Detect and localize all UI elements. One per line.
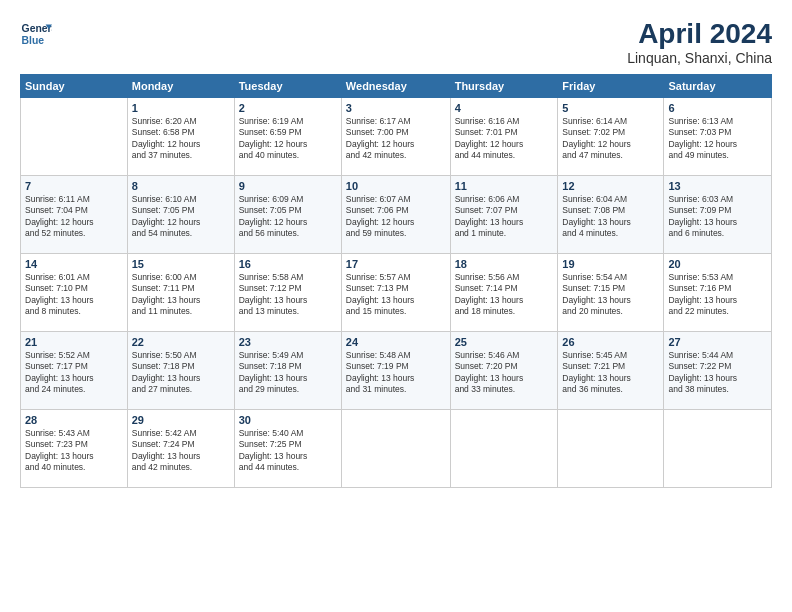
day-info: Sunrise: 6:00 AM Sunset: 7:11 PM Dayligh… [132,272,230,318]
day-number: 24 [346,336,446,348]
calendar-cell: 10Sunrise: 6:07 AM Sunset: 7:06 PM Dayli… [341,176,450,254]
day-number: 12 [562,180,659,192]
day-info: Sunrise: 6:07 AM Sunset: 7:06 PM Dayligh… [346,194,446,240]
calendar-cell: 22Sunrise: 5:50 AM Sunset: 7:18 PM Dayli… [127,332,234,410]
day-number: 1 [132,102,230,114]
calendar-cell: 7Sunrise: 6:11 AM Sunset: 7:04 PM Daylig… [21,176,128,254]
day-number: 6 [668,102,767,114]
day-info: Sunrise: 6:16 AM Sunset: 7:01 PM Dayligh… [455,116,554,162]
day-info: Sunrise: 6:04 AM Sunset: 7:08 PM Dayligh… [562,194,659,240]
day-info: Sunrise: 5:50 AM Sunset: 7:18 PM Dayligh… [132,350,230,396]
weekday-header: Saturday [664,75,772,98]
day-info: Sunrise: 6:17 AM Sunset: 7:00 PM Dayligh… [346,116,446,162]
calendar-cell: 11Sunrise: 6:06 AM Sunset: 7:07 PM Dayli… [450,176,558,254]
day-info: Sunrise: 6:01 AM Sunset: 7:10 PM Dayligh… [25,272,123,318]
svg-text:Blue: Blue [22,35,45,46]
day-info: Sunrise: 5:56 AM Sunset: 7:14 PM Dayligh… [455,272,554,318]
calendar-cell: 8Sunrise: 6:10 AM Sunset: 7:05 PM Daylig… [127,176,234,254]
day-info: Sunrise: 6:19 AM Sunset: 6:59 PM Dayligh… [239,116,337,162]
logo: General Blue [20,18,52,50]
day-info: Sunrise: 5:52 AM Sunset: 7:17 PM Dayligh… [25,350,123,396]
day-number: 27 [668,336,767,348]
day-info: Sunrise: 5:54 AM Sunset: 7:15 PM Dayligh… [562,272,659,318]
calendar-cell: 20Sunrise: 5:53 AM Sunset: 7:16 PM Dayli… [664,254,772,332]
day-info: Sunrise: 6:11 AM Sunset: 7:04 PM Dayligh… [25,194,123,240]
calendar-cell [21,98,128,176]
day-number: 11 [455,180,554,192]
day-info: Sunrise: 5:40 AM Sunset: 7:25 PM Dayligh… [239,428,337,474]
day-number: 30 [239,414,337,426]
day-number: 15 [132,258,230,270]
day-number: 28 [25,414,123,426]
day-info: Sunrise: 5:58 AM Sunset: 7:12 PM Dayligh… [239,272,337,318]
day-number: 10 [346,180,446,192]
location-title: Linquan, Shanxi, China [627,50,772,66]
calendar-cell: 17Sunrise: 5:57 AM Sunset: 7:13 PM Dayli… [341,254,450,332]
calendar-cell: 2Sunrise: 6:19 AM Sunset: 6:59 PM Daylig… [234,98,341,176]
calendar-cell: 1Sunrise: 6:20 AM Sunset: 6:58 PM Daylig… [127,98,234,176]
calendar-cell: 24Sunrise: 5:48 AM Sunset: 7:19 PM Dayli… [341,332,450,410]
day-info: Sunrise: 6:10 AM Sunset: 7:05 PM Dayligh… [132,194,230,240]
day-number: 21 [25,336,123,348]
calendar-table: SundayMondayTuesdayWednesdayThursdayFrid… [20,74,772,488]
day-number: 7 [25,180,123,192]
calendar-cell: 25Sunrise: 5:46 AM Sunset: 7:20 PM Dayli… [450,332,558,410]
calendar-cell: 29Sunrise: 5:42 AM Sunset: 7:24 PM Dayli… [127,410,234,488]
title-block: April 2024 Linquan, Shanxi, China [627,18,772,66]
day-info: Sunrise: 6:14 AM Sunset: 7:02 PM Dayligh… [562,116,659,162]
day-info: Sunrise: 5:48 AM Sunset: 7:19 PM Dayligh… [346,350,446,396]
day-number: 20 [668,258,767,270]
day-info: Sunrise: 6:03 AM Sunset: 7:09 PM Dayligh… [668,194,767,240]
weekday-header: Friday [558,75,664,98]
calendar-cell: 14Sunrise: 6:01 AM Sunset: 7:10 PM Dayli… [21,254,128,332]
calendar-cell: 9Sunrise: 6:09 AM Sunset: 7:05 PM Daylig… [234,176,341,254]
day-number: 18 [455,258,554,270]
calendar-cell: 4Sunrise: 6:16 AM Sunset: 7:01 PM Daylig… [450,98,558,176]
day-info: Sunrise: 5:42 AM Sunset: 7:24 PM Dayligh… [132,428,230,474]
calendar-cell: 16Sunrise: 5:58 AM Sunset: 7:12 PM Dayli… [234,254,341,332]
day-info: Sunrise: 5:44 AM Sunset: 7:22 PM Dayligh… [668,350,767,396]
day-number: 16 [239,258,337,270]
day-info: Sunrise: 6:09 AM Sunset: 7:05 PM Dayligh… [239,194,337,240]
day-number: 23 [239,336,337,348]
weekday-header: Wednesday [341,75,450,98]
day-number: 13 [668,180,767,192]
day-info: Sunrise: 6:20 AM Sunset: 6:58 PM Dayligh… [132,116,230,162]
day-number: 9 [239,180,337,192]
calendar-cell: 3Sunrise: 6:17 AM Sunset: 7:00 PM Daylig… [341,98,450,176]
calendar-cell: 30Sunrise: 5:40 AM Sunset: 7:25 PM Dayli… [234,410,341,488]
month-title: April 2024 [627,18,772,50]
day-info: Sunrise: 5:49 AM Sunset: 7:18 PM Dayligh… [239,350,337,396]
day-number: 29 [132,414,230,426]
calendar-cell: 23Sunrise: 5:49 AM Sunset: 7:18 PM Dayli… [234,332,341,410]
day-number: 14 [25,258,123,270]
day-number: 26 [562,336,659,348]
calendar-cell: 28Sunrise: 5:43 AM Sunset: 7:23 PM Dayli… [21,410,128,488]
weekday-header: Sunday [21,75,128,98]
day-number: 22 [132,336,230,348]
day-info: Sunrise: 5:53 AM Sunset: 7:16 PM Dayligh… [668,272,767,318]
calendar-cell [450,410,558,488]
day-info: Sunrise: 5:57 AM Sunset: 7:13 PM Dayligh… [346,272,446,318]
day-number: 2 [239,102,337,114]
calendar-cell: 27Sunrise: 5:44 AM Sunset: 7:22 PM Dayli… [664,332,772,410]
day-info: Sunrise: 6:13 AM Sunset: 7:03 PM Dayligh… [668,116,767,162]
day-number: 17 [346,258,446,270]
calendar-cell: 18Sunrise: 5:56 AM Sunset: 7:14 PM Dayli… [450,254,558,332]
calendar-cell [558,410,664,488]
day-info: Sunrise: 5:46 AM Sunset: 7:20 PM Dayligh… [455,350,554,396]
calendar-cell: 13Sunrise: 6:03 AM Sunset: 7:09 PM Dayli… [664,176,772,254]
calendar-cell [664,410,772,488]
calendar-cell: 19Sunrise: 5:54 AM Sunset: 7:15 PM Dayli… [558,254,664,332]
day-info: Sunrise: 5:45 AM Sunset: 7:21 PM Dayligh… [562,350,659,396]
day-number: 4 [455,102,554,114]
page-header: General Blue April 2024 Linquan, Shanxi,… [20,18,772,66]
day-number: 25 [455,336,554,348]
day-number: 5 [562,102,659,114]
day-number: 8 [132,180,230,192]
calendar-cell: 12Sunrise: 6:04 AM Sunset: 7:08 PM Dayli… [558,176,664,254]
day-number: 19 [562,258,659,270]
calendar-cell: 5Sunrise: 6:14 AM Sunset: 7:02 PM Daylig… [558,98,664,176]
day-info: Sunrise: 6:06 AM Sunset: 7:07 PM Dayligh… [455,194,554,240]
calendar-cell: 26Sunrise: 5:45 AM Sunset: 7:21 PM Dayli… [558,332,664,410]
